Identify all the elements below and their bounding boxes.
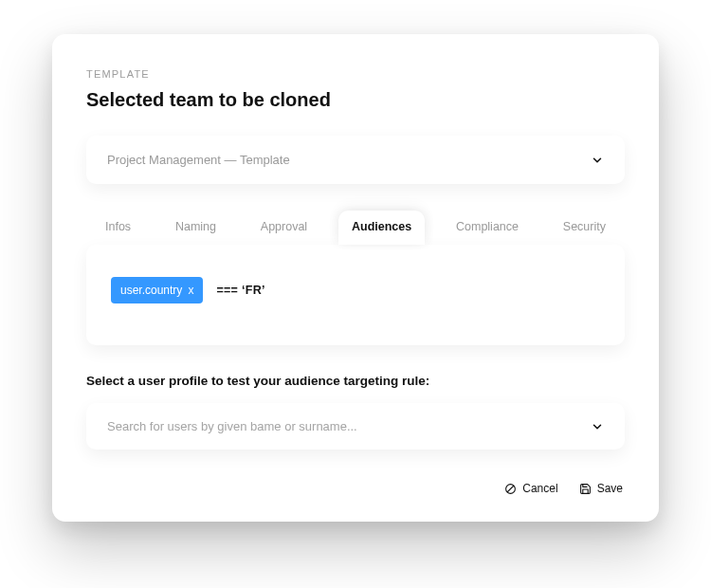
- tab-compliance[interactable]: Compliance: [443, 211, 532, 245]
- tabs: Infos Naming Approval Audiences Complian…: [86, 201, 625, 245]
- tab-infos[interactable]: Infos: [92, 211, 144, 245]
- chevron-down-icon: [591, 420, 604, 433]
- eyebrow-label: TEMPLATE: [86, 68, 625, 80]
- team-select-value: Project Management — Template: [107, 153, 290, 167]
- save-label: Save: [597, 482, 623, 495]
- tab-audiences[interactable]: Audiences: [338, 211, 425, 245]
- save-button[interactable]: Save: [577, 478, 625, 499]
- tab-naming[interactable]: Naming: [162, 211, 229, 245]
- tab-security[interactable]: Security: [550, 211, 619, 245]
- dialog-footer: Cancel Save: [86, 478, 625, 499]
- remove-chip-icon[interactable]: x: [188, 284, 193, 297]
- rule-expression: === ‘FR’: [216, 284, 264, 297]
- rule-chip-label: user.country: [120, 284, 182, 297]
- user-search-input[interactable]: [107, 419, 591, 433]
- team-select[interactable]: Project Management — Template: [86, 136, 625, 184]
- chevron-down-icon: [591, 154, 604, 167]
- svg-line-1: [508, 486, 515, 492]
- cancel-icon: [504, 483, 517, 495]
- audiences-panel: user.country x === ‘FR’: [86, 245, 625, 345]
- targeting-rule: user.country x === ‘FR’: [111, 277, 600, 303]
- rule-chip[interactable]: user.country x: [111, 277, 203, 303]
- page-title: Selected team to be cloned: [86, 89, 625, 111]
- template-dialog: TEMPLATE Selected team to be cloned Proj…: [52, 34, 659, 522]
- test-heading: Select a user profile to test your audie…: [86, 374, 625, 388]
- save-icon: [579, 483, 592, 495]
- user-search[interactable]: [86, 403, 625, 450]
- cancel-label: Cancel: [522, 482, 557, 495]
- tab-approval[interactable]: Approval: [247, 211, 320, 245]
- cancel-button[interactable]: Cancel: [502, 478, 559, 499]
